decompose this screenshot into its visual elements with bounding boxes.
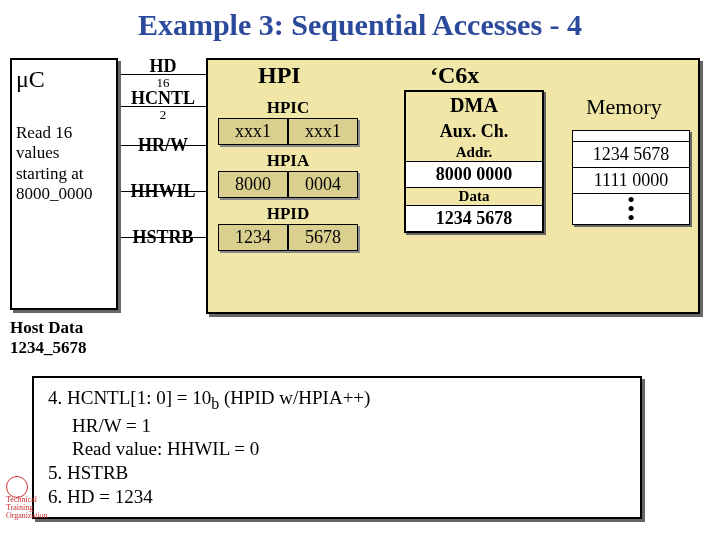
hpi-label: HPI (258, 62, 301, 89)
logo-l3: Organization (6, 511, 48, 520)
host-data-l2: 1234_5678 (10, 338, 87, 358)
signal-hcntl: HCNTL 2 (124, 90, 202, 122)
hpi-region: HPI ‘C6x HPIC xxx1 xxx1 HPIA 8000 0004 H… (206, 58, 700, 314)
dma-head1: DMA (406, 92, 542, 119)
signal-hstrb: HSTRB (124, 214, 202, 260)
dma-addr: 8000 0000 (406, 161, 542, 187)
step-4a-sub: b (211, 395, 219, 412)
uc-line4: 8000_0000 (16, 184, 112, 204)
microcontroller-box: μC Read 16 values starting at 8000_0000 (10, 58, 118, 310)
signal-hrw-name: HR/W (138, 136, 188, 154)
slide-title: Example 3: Sequential Accesses - 4 (0, 0, 720, 58)
signal-hcntl-width: 2 (160, 107, 167, 123)
signal-hd-name: HD (150, 57, 177, 75)
hpia-hi: 8000 (218, 171, 288, 198)
hpic-lo: xxx1 (288, 118, 358, 145)
signal-hstrb-name: HSTRB (132, 228, 193, 246)
ti-logo: Technical Training Organization (6, 472, 66, 520)
memory-ellipsis: ••• (573, 193, 689, 224)
hpi-register-stack: HPIC xxx1 xxx1 HPIA 8000 0004 HPID 1234 … (218, 98, 358, 255)
dma-box: DMA Aux. Ch. Addr. 8000 0000 Data 1234 5… (404, 90, 544, 233)
signal-hcntl-name: HCNTL (131, 89, 195, 107)
step-4a: 4. HCNTL[1: 0] = 10b (HPID w/HPIA++) (48, 386, 626, 414)
hpic-title: HPIC (218, 98, 358, 118)
signal-column: HD 16 HCNTL 2 HR/W HHWIL HSTRB (124, 58, 202, 260)
hpid-title: HPID (218, 204, 358, 224)
hpid-value: 1234 5678 (218, 224, 358, 251)
step-4a-tail: (HPID w/HPIA++) (219, 387, 370, 408)
hpid-lo: 5678 (288, 224, 358, 251)
step-4b: HR/W = 1 (48, 414, 626, 438)
uc-line2: values (16, 143, 112, 163)
dma-data-label: Data (406, 187, 542, 205)
c6x-label: ‘C6x (430, 62, 479, 89)
uc-line3: starting at (16, 164, 112, 184)
hpic-hi: xxx1 (218, 118, 288, 145)
dma-data: 1234 5678 (406, 205, 542, 231)
ti-logo-icon (6, 476, 28, 498)
step-6: 6. HD = 1234 (48, 485, 626, 509)
signal-hhwil: HHWIL (124, 168, 202, 214)
memory-row0: 1234 5678 (573, 141, 689, 167)
steps-box: 4. HCNTL[1: 0] = 10b (HPID w/HPIA++) HR/… (32, 376, 642, 519)
hpia-lo: 0004 (288, 171, 358, 198)
signal-hrw: HR/W (124, 122, 202, 168)
host-data-l1: Host Data (10, 318, 87, 338)
step-4a-text: 4. HCNTL[1: 0] = 10 (48, 387, 211, 408)
hpid-hi: 1234 (218, 224, 288, 251)
uc-line1: Read 16 (16, 123, 112, 143)
hpia-value: 8000 0004 (218, 171, 358, 198)
memory-label: Memory (586, 94, 662, 120)
uc-label: μC (16, 66, 112, 93)
hpia-title: HPIA (218, 151, 358, 171)
host-data: Host Data 1234_5678 (10, 318, 87, 357)
hpic-value: xxx1 xxx1 (218, 118, 358, 145)
dma-addr-label: Addr. (406, 144, 542, 161)
signal-hd: HD 16 (124, 58, 202, 90)
dma-head2: Aux. Ch. (406, 119, 542, 144)
step-4c: Read value: HHWIL = 0 (48, 437, 626, 461)
memory-table: 1234 5678 1111 0000 ••• (572, 130, 690, 225)
step-5: 5. HSTRB (48, 461, 626, 485)
signal-hhwil-name: HHWIL (130, 182, 195, 200)
